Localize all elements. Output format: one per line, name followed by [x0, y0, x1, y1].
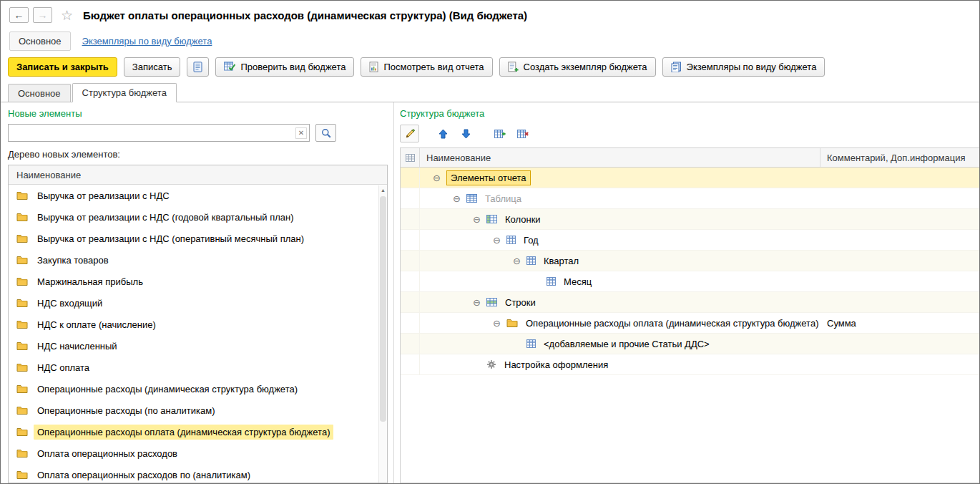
tree-row[interactable]: Месяц [401, 271, 979, 292]
vertical-scrollbar[interactable]: ▲ [378, 185, 387, 483]
collapse-expander-icon[interactable]: ⊖ [471, 215, 482, 224]
folder-icon [16, 277, 28, 286]
list-item[interactable]: Операционные расходы (по аналитикам) [9, 400, 387, 421]
list-item[interactable]: Выручка от реализации с НДС [9, 185, 387, 206]
folder-icon [16, 320, 28, 329]
corner-grid-icon [406, 154, 415, 162]
structure-table: Наименование Комментарий, Доп.информация… [400, 147, 979, 483]
list-item[interactable]: НДС начисленный [9, 335, 387, 357]
list-item-label: Оплата операционных расходов по (аналити… [34, 468, 254, 483]
comment-cell: Сумма [820, 313, 979, 333]
edit-button[interactable] [400, 125, 419, 142]
comment-cell [820, 230, 979, 250]
column-header-name[interactable]: Наименование [420, 148, 820, 167]
list-item[interactable]: Закупка товаров [9, 249, 387, 271]
tree-node-label: Колонки [501, 212, 544, 227]
section-main[interactable]: Основное [9, 32, 71, 51]
row-gutter [401, 168, 420, 188]
journal-icon [193, 62, 202, 72]
collapse-expander-icon[interactable]: ⊖ [491, 236, 502, 245]
row-gutter [401, 188, 420, 208]
column-header-comment[interactable]: Комментарий, Доп.информация [820, 148, 979, 167]
favorite-star-icon[interactable]: ☆ [61, 7, 73, 24]
collapse-expander-icon[interactable]: ⊖ [491, 319, 502, 328]
tab-main[interactable]: Основное [8, 84, 71, 102]
list-item[interactable]: Операционные расходы оплата (динамическа… [9, 421, 387, 442]
gear-icon [486, 359, 496, 369]
grid-icon [547, 277, 556, 286]
row-gutter [401, 230, 420, 250]
tree-row[interactable]: ⊖Год [401, 230, 979, 251]
row-gutter [401, 251, 420, 271]
tree-row[interactable]: ⊖Таблица [401, 188, 979, 209]
collapse-expander-icon[interactable]: ⊖ [451, 194, 462, 203]
list-item[interactable]: Операционные расходы (динамическая струк… [9, 378, 387, 400]
forward-button[interactable]: → [33, 7, 52, 23]
forward-arrow-icon: → [38, 9, 48, 21]
tree-node-label: Элементы отчета [446, 170, 531, 185]
collapse-expander-icon[interactable]: ⊖ [511, 256, 522, 266]
structure-rows: ⊖Элементы отчета⊖Таблица⊖Колонки⊖Год⊖Ква… [401, 168, 979, 375]
folder-icon [16, 299, 28, 308]
tab-budget-structure[interactable]: Структура бюджета [72, 83, 177, 102]
list-item[interactable]: Оплата операционных расходов [9, 442, 387, 464]
comment-cell [820, 354, 979, 374]
tree-row[interactable]: ⊖Квартал [401, 251, 979, 271]
scroll-up-arrow-icon[interactable]: ▲ [379, 185, 387, 195]
section-link-instances[interactable]: Экземпляры по виду бюджета [82, 36, 212, 47]
clear-search-icon[interactable]: ✕ [295, 127, 307, 139]
tree-row[interactable]: ⊖Строки [401, 292, 979, 313]
add-level-icon [494, 129, 506, 139]
comment-cell [820, 334, 979, 354]
left-column-header-name[interactable]: Наименование [9, 165, 387, 185]
tree-node-label: Операционные расходы оплата (динамическа… [522, 316, 820, 331]
row-gutter [401, 334, 420, 354]
move-down-button[interactable] [456, 125, 476, 142]
tree-node-label: Квартал [540, 253, 582, 268]
search-input[interactable] [9, 125, 295, 141]
collapse-expander-icon[interactable]: ⊖ [471, 298, 482, 307]
command-label: Записать [132, 62, 172, 72]
view-report-button[interactable]: Посмотреть вид отчета [361, 57, 492, 77]
tree-caption: Дерево новых элементов: [8, 149, 388, 160]
rows-icon [486, 298, 497, 306]
tree-node-label: Настройка оформления [501, 357, 612, 372]
tree-row[interactable]: ⊖Колонки [401, 209, 979, 230]
left-panel-title: Новые элементы [8, 108, 388, 119]
up-arrow-icon [438, 129, 448, 139]
comment-cell [820, 209, 979, 229]
create-budget-instance-button[interactable]: Создать экземпляр бюджета [499, 57, 656, 77]
remove-level-button[interactable] [513, 125, 532, 142]
list-item[interactable]: НДС оплата [9, 357, 387, 378]
remove-level-icon [517, 129, 529, 139]
list-item[interactable]: Выручка от реализации с НДС (годовой ква… [9, 206, 387, 228]
journal-button[interactable] [187, 57, 209, 77]
tree-row[interactable]: ⊖Элементы отчета [401, 168, 979, 188]
folder-icon [506, 319, 518, 328]
save-button[interactable]: Записать [124, 57, 181, 77]
comment-cell [820, 168, 979, 188]
instances-by-budget-view-button[interactable]: Экземпляры по виду бюджета [662, 57, 825, 77]
list-item[interactable]: Оплата операционных расходов по (аналити… [9, 464, 387, 483]
folder-icon [16, 449, 28, 458]
save-and-close-button[interactable]: Записать и закрыть [8, 57, 117, 77]
command-label: Записать и закрыть [16, 62, 109, 72]
back-button[interactable]: ← [9, 7, 29, 23]
report-view-icon [369, 62, 378, 72]
add-level-button[interactable] [490, 125, 509, 142]
tree-row[interactable]: Настройка оформления [401, 354, 979, 375]
table-settings-corner[interactable] [401, 148, 420, 167]
titlebar: ← → ☆ Бюджет оплаты операционных расходо… [1, 1, 979, 29]
scroll-thumb[interactable] [380, 196, 386, 422]
check-budget-view-button[interactable]: Проверить вид бюджета [215, 57, 354, 77]
list-item[interactable]: НДС к оплате (начисление) [9, 314, 387, 335]
list-item[interactable]: Маржинальная прибыль [9, 271, 387, 292]
tree-row[interactable]: ⊖Операционные расходы оплата (динамическ… [401, 313, 979, 334]
list-item[interactable]: Выручка от реализации с НДС (оперативный… [9, 228, 387, 249]
search-button[interactable] [315, 124, 336, 142]
collapse-expander-icon[interactable]: ⊖ [431, 173, 442, 183]
move-up-button[interactable] [433, 125, 453, 142]
tree-row[interactable]: <добавляемые и прочие Статьи ДДС> [401, 334, 979, 354]
list-item[interactable]: НДС входящий [9, 292, 387, 314]
list-item-label: Операционные расходы (динамическая струк… [34, 382, 301, 397]
